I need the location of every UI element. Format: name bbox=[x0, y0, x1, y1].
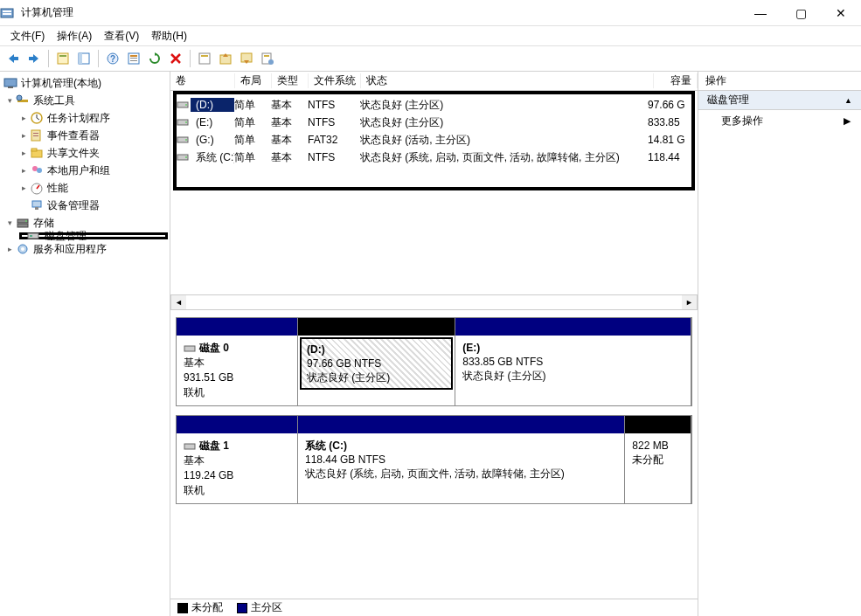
chevron-right-icon[interactable]: ▸ bbox=[19, 183, 28, 192]
tree-shared-folders[interactable]: ▸ 共享文件夹 bbox=[0, 144, 170, 162]
maximize-button[interactable]: ▢ bbox=[781, 0, 821, 26]
delete-icon[interactable] bbox=[166, 49, 185, 68]
partition-color-bar bbox=[298, 318, 455, 336]
disk-header[interactable]: 磁盘 1基本119.24 GB联机 bbox=[177, 416, 297, 503]
chevron-right-icon[interactable]: ▸ bbox=[5, 245, 14, 253]
volume-fs: NTFS bbox=[308, 116, 360, 128]
svg-point-43 bbox=[21, 247, 24, 251]
col-capacity[interactable]: 容量 bbox=[654, 73, 698, 88]
back-button[interactable] bbox=[3, 49, 23, 68]
device-manager-icon bbox=[30, 198, 44, 212]
tree-services-apps[interactable]: ▸ 服务和应用程序 bbox=[0, 240, 170, 258]
disk-graphical-view[interactable]: 磁盘 0基本931.51 GB联机(D:)97.66 GB NTFS状态良好 (… bbox=[170, 312, 698, 599]
volume-fs: FAT32 bbox=[308, 134, 360, 146]
app-icon bbox=[0, 6, 19, 20]
chevron-down-icon[interactable]: ▾ bbox=[5, 96, 14, 105]
disk-settings-icon[interactable] bbox=[258, 49, 277, 68]
col-layout[interactable]: 布局 bbox=[235, 73, 272, 88]
action-more[interactable]: 更多操作 ▶ bbox=[698, 110, 861, 131]
scroll-right-icon[interactable]: ► bbox=[682, 295, 697, 309]
svg-rect-8 bbox=[79, 53, 82, 64]
title-bar: 计算机管理 — ▢ ✕ bbox=[0, 0, 861, 26]
menu-file[interactable]: 文件(F) bbox=[5, 27, 50, 45]
volume-list-header[interactable]: 卷 布局 类型 文件系统 状态 容量 bbox=[170, 72, 698, 91]
partition[interactable]: 系统 (C:)118.44 GB NTFS状态良好 (系统, 启动, 页面文件,… bbox=[297, 415, 625, 504]
volume-layout: 简单 bbox=[234, 115, 271, 130]
svg-rect-4 bbox=[29, 57, 34, 60]
action-list-icon[interactable] bbox=[124, 49, 143, 68]
menu-help[interactable]: 帮助(H) bbox=[146, 27, 192, 45]
menu-action[interactable]: 操作(A) bbox=[52, 27, 97, 45]
partition-size: 833.85 GB NTFS bbox=[462, 355, 684, 369]
computer-icon bbox=[3, 76, 17, 90]
col-volume[interactable]: 卷 bbox=[170, 73, 235, 88]
forward-button[interactable] bbox=[24, 49, 44, 68]
chevron-right-icon[interactable]: ▸ bbox=[19, 166, 28, 175]
svg-point-25 bbox=[17, 95, 22, 100]
disk-icon bbox=[184, 442, 196, 451]
legend-swatch-unalloc bbox=[177, 603, 188, 613]
svg-rect-52 bbox=[184, 346, 195, 351]
actions-section-diskmgmt[interactable]: 磁盘管理 ▲ bbox=[698, 91, 861, 110]
svg-rect-1 bbox=[3, 10, 11, 12]
disk-name: 磁盘 0 bbox=[199, 342, 229, 354]
tree-root[interactable]: 计算机管理(本地) bbox=[0, 74, 170, 92]
show-hide-tree-icon[interactable] bbox=[74, 49, 94, 68]
disk-header[interactable]: 磁盘 0基本931.51 GB联机 bbox=[177, 318, 297, 405]
col-status[interactable]: 状态 bbox=[361, 73, 654, 88]
partition-name: (E:) bbox=[462, 341, 684, 355]
window-title: 计算机管理 bbox=[19, 5, 740, 20]
col-type[interactable]: 类型 bbox=[272, 73, 309, 88]
help-icon[interactable]: ? bbox=[103, 49, 122, 68]
tree-disk-management[interactable]: 磁盘管理 bbox=[19, 232, 168, 239]
svg-point-39 bbox=[25, 220, 27, 222]
chevron-right-icon[interactable]: ▸ bbox=[19, 149, 28, 157]
volume-row[interactable]: (G:)简单基本FAT32状态良好 (活动, 主分区)14.81 G bbox=[177, 131, 691, 149]
svg-rect-53 bbox=[184, 444, 195, 449]
properties-icon[interactable] bbox=[53, 49, 73, 68]
disk-bottom-icon[interactable] bbox=[237, 49, 256, 68]
settings-icon[interactable] bbox=[195, 49, 214, 68]
chevron-right-icon[interactable]: ▸ bbox=[19, 114, 28, 122]
tree-task-scheduler[interactable]: ▸ 任务计划程序 bbox=[0, 109, 170, 127]
tree-system-tools[interactable]: ▾ 系统工具 bbox=[0, 92, 170, 109]
disk-top-icon[interactable] bbox=[216, 49, 235, 68]
disk-box[interactable]: 磁盘 1基本119.24 GB联机系统 (C:)118.44 GB NTFS状态… bbox=[176, 415, 692, 504]
volume-status: 状态良好 (系统, 启动, 页面文件, 活动, 故障转储, 主分区) bbox=[360, 150, 648, 165]
volume-row[interactable]: (E:)简单基本NTFS状态良好 (主分区)833.85 bbox=[177, 114, 691, 131]
col-filesystem[interactable]: 文件系统 bbox=[309, 73, 361, 88]
menu-view[interactable]: 查看(V) bbox=[99, 27, 144, 45]
chevron-down-icon[interactable]: ▾ bbox=[5, 218, 14, 227]
tree-local-users[interactable]: ▸ 本地用户和组 bbox=[0, 162, 170, 179]
volume-status: 状态良好 (活动, 主分区) bbox=[360, 133, 648, 148]
volume-list[interactable]: (D:)简单基本NTFS状态良好 (主分区)97.66 G(E:)简单基本NTF… bbox=[173, 91, 695, 190]
legend-primary-label: 主分区 bbox=[251, 600, 282, 615]
volume-layout: 简单 bbox=[234, 98, 271, 113]
partition[interactable]: (D:)97.66 GB NTFS状态良好 (主分区) bbox=[297, 317, 455, 406]
partition[interactable]: (E:)833.85 GB NTFS状态良好 (主分区) bbox=[455, 317, 691, 406]
event-log-icon bbox=[30, 128, 44, 142]
svg-rect-15 bbox=[199, 53, 210, 64]
refresh-icon[interactable] bbox=[145, 49, 164, 68]
nav-tree[interactable]: 计算机管理(本地) ▾ 系统工具 ▸ 任务计划程序 ▸ 事件查看器 ▸ 共享文件… bbox=[0, 72, 170, 616]
svg-rect-14 bbox=[130, 60, 137, 61]
partition[interactable]: 822 MB未分配 bbox=[624, 415, 691, 504]
scroll-left-icon[interactable]: ◄ bbox=[171, 295, 186, 309]
volume-row[interactable]: (D:)简单基本NTFS状态良好 (主分区)97.66 G bbox=[177, 96, 691, 114]
minimize-button[interactable]: — bbox=[740, 0, 781, 26]
tree-performance[interactable]: ▸ 性能 bbox=[0, 179, 170, 197]
chevron-right-icon[interactable]: ▸ bbox=[19, 131, 28, 140]
tree-device-manager[interactable]: 设备管理器 bbox=[0, 197, 170, 214]
svg-rect-35 bbox=[32, 201, 41, 207]
horizontal-scrollbar[interactable]: ◄ ► bbox=[170, 294, 698, 310]
partition-status: 状态良好 (主分区) bbox=[462, 369, 684, 383]
tree-event-viewer[interactable]: ▸ 事件查看器 bbox=[0, 127, 170, 144]
volume-row[interactable]: 系统 (C:)简单基本NTFS状态良好 (系统, 启动, 页面文件, 活动, 故… bbox=[177, 149, 691, 166]
svg-rect-40 bbox=[28, 233, 38, 239]
close-button[interactable]: ✕ bbox=[821, 0, 861, 26]
svg-point-47 bbox=[185, 121, 187, 123]
disk-box[interactable]: 磁盘 0基本931.51 GB联机(D:)97.66 GB NTFS状态良好 (… bbox=[176, 317, 692, 406]
svg-rect-22 bbox=[4, 79, 17, 87]
volume-type: 基本 bbox=[271, 150, 308, 165]
volume-status: 状态良好 (主分区) bbox=[360, 115, 648, 130]
